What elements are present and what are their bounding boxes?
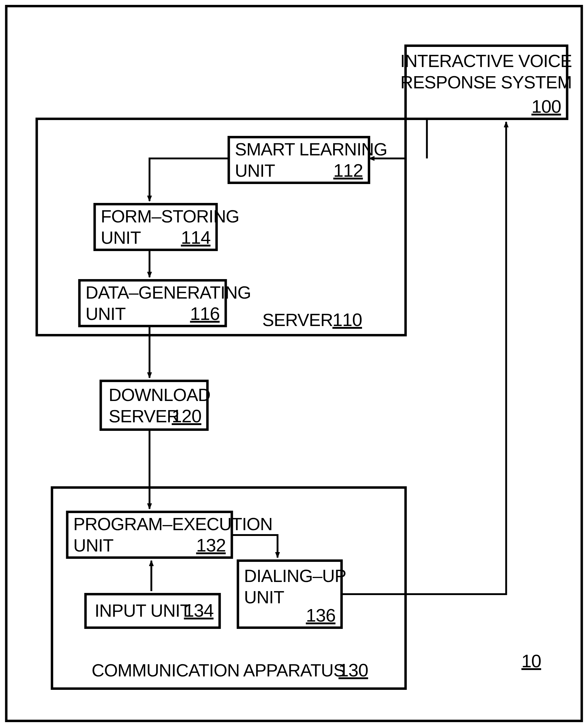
peu-ref: 132: [196, 535, 226, 555]
dial-line2: UNIT: [244, 587, 285, 607]
data-generating-unit-box: DATA–GENERATING UNIT 116: [80, 280, 251, 326]
comm-apparatus-container: COMMUNICATION APPARATUS 130 PROGRAM–EXEC…: [52, 488, 406, 689]
system-ref: 10: [522, 651, 541, 671]
arrow-slu-to-fsu: [150, 158, 229, 201]
slu-line1: SMART LEARNING: [235, 139, 387, 159]
ivr-ref: 100: [531, 96, 561, 117]
input-unit-box: INPUT UNIT 134: [86, 594, 220, 628]
fsu-line1: FORM–STORING: [101, 206, 239, 226]
peu-line2: UNIT: [74, 535, 114, 555]
ca-ref: 130: [339, 660, 368, 680]
dls-ref: 120: [172, 406, 201, 426]
ivr-box: INTERACTIVE VOICE RESPONSE SYSTEM 100: [400, 46, 572, 119]
arrow-dial-to-ivr: [342, 122, 506, 594]
smart-learning-unit-box: SMART LEARNING UNIT 112: [229, 137, 387, 183]
slu-ref: 112: [333, 160, 363, 181]
dls-line1: DOWNLOAD: [109, 385, 211, 405]
svg-rect-1: [6, 6, 582, 721]
block-diagram: 10 INTERACTIVE VOICE RESPONSE SYSTEM 100…: [0, 0, 588, 727]
dgu-ref: 116: [190, 303, 219, 324]
fsu-line2: UNIT: [101, 228, 141, 248]
peu-line1: PROGRAM–EXECUTION: [74, 514, 273, 534]
server-container: SERVER 110 SMART LEARNING UNIT 112 FORM–…: [37, 119, 406, 335]
dgu-line2: UNIT: [86, 304, 126, 324]
dgu-line1: DATA–GENERATING: [86, 282, 251, 302]
arrow-peu-to-dial: [232, 535, 278, 558]
ca-label: COMMUNICATION APPARATUS: [92, 660, 345, 680]
ivr-line1: INTERACTIVE VOICE: [400, 51, 572, 71]
download-server-box: DOWNLOAD SERVER 120: [101, 381, 211, 430]
dial-line1: DIALING–UP: [244, 566, 346, 585]
form-storing-unit-box: FORM–STORING UNIT 114: [95, 204, 239, 250]
input-label: INPUT UNIT: [95, 601, 191, 620]
server-label: SERVER: [262, 310, 333, 330]
dls-line2: SERVER: [109, 406, 179, 426]
server-ref: 110: [333, 309, 362, 330]
ivr-line2: RESPONSE SYSTEM: [401, 72, 572, 92]
input-ref: 134: [184, 600, 213, 621]
fsu-ref: 114: [181, 227, 210, 248]
dialing-up-unit-box: DIALING–UP UNIT 136: [238, 561, 346, 628]
dial-ref: 136: [306, 605, 335, 625]
slu-line2: UNIT: [235, 161, 275, 180]
